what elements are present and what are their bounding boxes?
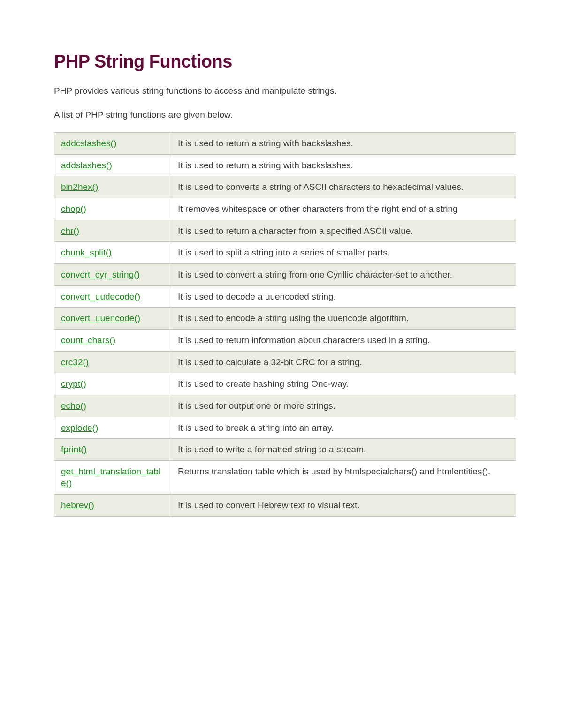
function-desc-cell: It is used to create hashing string One-… xyxy=(171,373,516,395)
function-name-cell: chunk_split() xyxy=(54,242,171,264)
table-row: get_html_translation_table()Returns tran… xyxy=(54,460,516,494)
function-link[interactable]: hebrev() xyxy=(61,500,94,510)
function-link[interactable]: crc32() xyxy=(61,357,89,367)
intro-paragraph-2: A list of PHP string functions are given… xyxy=(54,109,563,121)
function-link[interactable]: crypt() xyxy=(61,379,86,389)
function-desc-cell: It is used to write a formatted string t… xyxy=(171,439,516,461)
function-name-cell: explode() xyxy=(54,417,171,439)
function-link[interactable]: count_chars() xyxy=(61,335,115,345)
function-desc-cell: It is used for output one or more string… xyxy=(171,395,516,417)
table-row: crc32()It is used to calculate a 32-bit … xyxy=(54,351,516,373)
function-desc-cell: It is used to convert Hebrew text to vis… xyxy=(171,495,516,517)
table-row: fprint()It is used to write a formatted … xyxy=(54,439,516,461)
functions-table: addcslashes()It is used to return a stri… xyxy=(54,132,516,517)
table-row: chop()It removes whitespace or other cha… xyxy=(54,198,516,220)
function-desc-cell: It is used to calculate a 32-bit CRC for… xyxy=(171,351,516,373)
table-row: bin2hex()It is used to converts a string… xyxy=(54,176,516,198)
function-name-cell: addcslashes() xyxy=(54,133,171,155)
function-link[interactable]: explode() xyxy=(61,423,98,433)
function-desc-cell: It is used to break a string into an arr… xyxy=(171,417,516,439)
document-page: PHP String Functions PHP provides variou… xyxy=(0,0,563,517)
function-link[interactable]: addcslashes() xyxy=(61,138,116,148)
function-desc-cell: It is used to return a string with backs… xyxy=(171,133,516,155)
function-name-cell: convert_uuencode() xyxy=(54,308,171,330)
table-row: count_chars()It is used to return inform… xyxy=(54,329,516,351)
page-title: PHP String Functions xyxy=(54,52,563,72)
table-row: hebrev()It is used to convert Hebrew tex… xyxy=(54,495,516,517)
function-link[interactable]: chunk_split() xyxy=(61,248,112,257)
table-row: chunk_split()It is used to split a strin… xyxy=(54,242,516,264)
function-link[interactable]: bin2hex() xyxy=(61,182,98,192)
table-row: chr()It is used to return a character fr… xyxy=(54,220,516,242)
table-row: convert_uudecode()It is used to decode a… xyxy=(54,285,516,308)
function-name-cell: convert_cyr_string() xyxy=(54,264,171,286)
function-name-cell: convert_uudecode() xyxy=(54,285,171,308)
function-link[interactable]: fprint() xyxy=(61,444,87,454)
function-name-cell: get_html_translation_table() xyxy=(54,460,171,494)
function-desc-cell: Returns translation table which is used … xyxy=(171,460,516,494)
function-link[interactable]: convert_uuencode() xyxy=(61,313,140,323)
function-name-cell: crc32() xyxy=(54,351,171,373)
function-name-cell: chr() xyxy=(54,220,171,242)
function-link[interactable]: convert_cyr_string() xyxy=(61,270,140,279)
function-desc-cell: It is used to encode a string using the … xyxy=(171,308,516,330)
function-name-cell: count_chars() xyxy=(54,329,171,351)
function-link[interactable]: chr() xyxy=(61,226,79,236)
function-name-cell: hebrev() xyxy=(54,495,171,517)
function-name-cell: crypt() xyxy=(54,373,171,395)
function-desc-cell: It is used to converts a string of ASCII… xyxy=(171,176,516,198)
function-name-cell: echo() xyxy=(54,395,171,417)
function-desc-cell: It removes whitespace or other character… xyxy=(171,198,516,220)
function-desc-cell: It is used to return a character from a … xyxy=(171,220,516,242)
function-link[interactable]: addslashes() xyxy=(61,160,112,170)
function-name-cell: addslashes() xyxy=(54,154,171,176)
table-row: convert_cyr_string()It is used to conver… xyxy=(54,264,516,286)
intro-paragraph-1: PHP provides various string functions to… xyxy=(54,85,563,98)
function-desc-cell: It is used to decode a uuencoded string. xyxy=(171,285,516,308)
table-row: convert_uuencode()It is used to encode a… xyxy=(54,308,516,330)
function-link[interactable]: get_html_translation_table() xyxy=(61,466,160,488)
table-row: echo()It is used for output one or more … xyxy=(54,395,516,417)
table-row: addcslashes()It is used to return a stri… xyxy=(54,133,516,155)
table-row: addslashes()It is used to return a strin… xyxy=(54,154,516,176)
function-name-cell: chop() xyxy=(54,198,171,220)
function-desc-cell: It is used to split a string into a seri… xyxy=(171,242,516,264)
function-desc-cell: It is used to return information about c… xyxy=(171,329,516,351)
function-link[interactable]: convert_uudecode() xyxy=(61,292,140,301)
function-desc-cell: It is used to convert a string from one … xyxy=(171,264,516,286)
table-row: explode()It is used to break a string in… xyxy=(54,417,516,439)
function-desc-cell: It is used to return a string with backs… xyxy=(171,154,516,176)
function-name-cell: fprint() xyxy=(54,439,171,461)
function-link[interactable]: chop() xyxy=(61,204,86,214)
function-link[interactable]: echo() xyxy=(61,401,86,411)
function-name-cell: bin2hex() xyxy=(54,176,171,198)
table-row: crypt()It is used to create hashing stri… xyxy=(54,373,516,395)
